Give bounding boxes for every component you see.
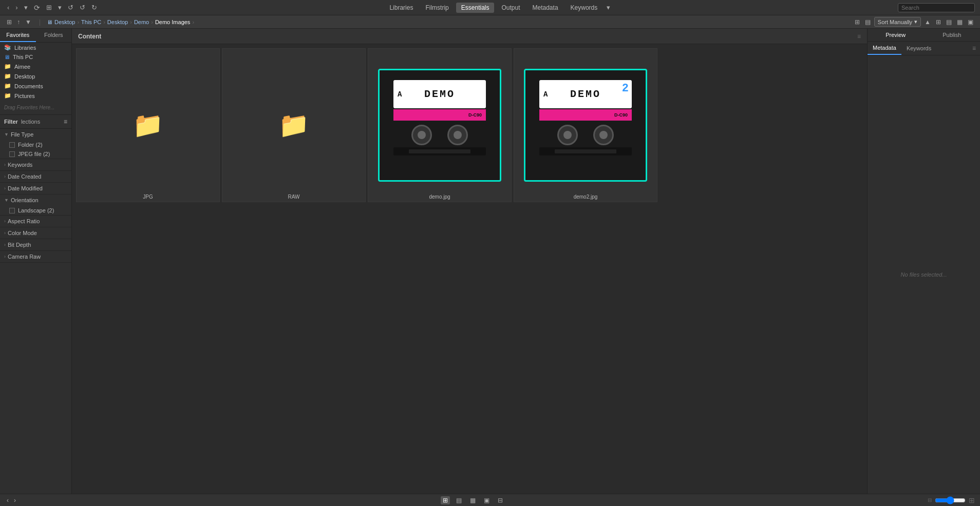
filter-group-keywords-header[interactable]: › Keywords xyxy=(0,159,71,170)
filter-group-orientation: ▼ Orientation Landscape (2) xyxy=(0,194,71,216)
bottom-forward-button[interactable]: › xyxy=(12,496,17,504)
filter-group-cameraraw-header[interactable]: › Camera Raw xyxy=(0,251,71,262)
keywords-label: Keywords xyxy=(8,162,32,168)
nav-filmstrip[interactable]: Filmstrip xyxy=(420,3,454,13)
tab-folders[interactable]: Folders xyxy=(36,29,72,42)
filter-group-datecreated-header[interactable]: › Date Created xyxy=(0,171,71,182)
copy-button[interactable]: ⊞ xyxy=(44,3,54,12)
grid-item-raw-folder[interactable]: 📁 RAW xyxy=(222,48,366,202)
sidebar-item-documents[interactable]: 📁 Documents xyxy=(0,81,71,91)
sidebar-item-aimee[interactable]: 📁 Aimee xyxy=(0,62,71,71)
grid-item-demo2-jpg[interactable]: A DEMO 2 D-C90 xyxy=(514,48,657,202)
redo-button[interactable]: ↻ xyxy=(89,3,99,12)
nav-keywords[interactable]: Keywords xyxy=(566,3,603,13)
undo-button[interactable]: ↺ xyxy=(78,3,87,12)
cassette-2-pink-strip: D-C90 xyxy=(539,109,632,121)
details-view-button[interactable]: ▦ xyxy=(955,18,964,26)
folder-checkbox[interactable] xyxy=(9,142,15,148)
datemodified-chevron-icon: › xyxy=(4,186,6,191)
sidebar-item-libraries[interactable]: 📚 Libraries xyxy=(0,43,71,52)
filter-item-jpeg: JPEG file (2) xyxy=(0,149,71,159)
column-view-button[interactable]: ▣ xyxy=(966,18,975,26)
cassette-2-reel-left-inner xyxy=(563,131,572,139)
cassette-2-reels xyxy=(557,125,614,145)
nav-dropdown-button[interactable]: ▾ xyxy=(22,3,30,12)
documents-folder-icon: 📁 xyxy=(4,83,11,89)
breadcrumb-desktop[interactable]: 🖥 Desktop xyxy=(47,19,75,25)
grid-item-demo-jpg[interactable]: A DEMO D-C90 xyxy=(368,48,512,202)
list-view-button[interactable]: ▤ xyxy=(945,18,953,26)
thumb-size-icon: ⊟ xyxy=(928,497,932,503)
bottom-detail-view-button[interactable]: ▦ xyxy=(468,496,478,504)
nav-libraries[interactable]: Libraries xyxy=(384,3,418,13)
right-tab-publish[interactable]: Publish xyxy=(924,29,981,41)
cassette-1-reel-left xyxy=(411,125,432,145)
right-meta-menu-icon[interactable]: ≡ xyxy=(968,43,980,54)
landscape-label: Landscape (2) xyxy=(18,207,54,213)
breadcrumb-thispc[interactable]: This PC xyxy=(81,19,101,25)
back-button[interactable]: ‹ xyxy=(5,3,11,12)
copy-dropdown[interactable]: ▾ xyxy=(56,3,64,12)
filter-button[interactable]: ▼ xyxy=(24,18,33,26)
grid-item-jpg-folder[interactable]: 📁 JPG xyxy=(76,48,220,202)
breadcrumb-demoimages[interactable]: Demo Images xyxy=(155,19,190,25)
jpeg-checkbox[interactable] xyxy=(9,151,15,157)
filter-group-filetype: ▼ File Type Folder (2) JPEG file (2) xyxy=(0,129,71,159)
nav-metadata[interactable]: Metadata xyxy=(527,3,563,13)
nav-essentials[interactable]: Essentials xyxy=(456,3,495,13)
view-list-button[interactable]: ▤ xyxy=(863,18,872,26)
jpg-folder-label: JPG xyxy=(143,194,153,200)
bottom-grid-view-button[interactable]: ⊞ xyxy=(441,496,450,504)
filter-group-colormode-header[interactable]: › Color Mode xyxy=(0,227,71,239)
sort-up-button[interactable]: ▲ xyxy=(923,18,932,26)
filter-group-bitdepth: › Bit Depth xyxy=(0,239,71,251)
bottom-nav-controls: ‹ › xyxy=(5,496,17,504)
right-meta-tab-metadata[interactable]: Metadata xyxy=(868,42,901,55)
cassette-2-side: A xyxy=(543,90,548,99)
sidebar-item-thispc[interactable]: 🖥 This PC xyxy=(0,52,71,62)
bottom-column-view-button[interactable]: ▣ xyxy=(482,496,492,504)
sort-asc-button[interactable]: ↑ xyxy=(15,18,22,26)
menu-more-button[interactable]: ▾ xyxy=(605,3,612,12)
filter-group-aspectratio-header[interactable]: › Aspect Ratio xyxy=(0,216,71,227)
datecreated-label: Date Created xyxy=(8,173,41,180)
filter-group-aspectratio: › Aspect Ratio xyxy=(0,216,71,227)
sidebar-item-desktop[interactable]: 📁 Desktop xyxy=(0,71,71,81)
sidebar-item-pictures[interactable]: 📁 Pictures xyxy=(0,91,71,101)
tab-favorites[interactable]: Favorites xyxy=(0,29,36,42)
bitdepth-label: Bit Depth xyxy=(8,242,31,248)
bottom-right-controls: ⊟ ⊞ xyxy=(928,496,975,504)
cassette-1-model: D-C90 xyxy=(468,112,482,118)
forward-button[interactable]: › xyxy=(13,3,20,12)
filetype-chevron-icon: ▼ xyxy=(4,132,9,137)
view-icons-button[interactable]: ⊞ xyxy=(853,18,861,26)
thumbnail-size-slider[interactable] xyxy=(935,496,966,504)
grid-view-button[interactable]: ⊞ xyxy=(934,18,943,26)
landscape-checkbox[interactable] xyxy=(9,208,15,213)
cassette-2-reel-right-inner xyxy=(599,131,608,139)
filter-group-datemodified-header[interactable]: › Date Modified xyxy=(0,183,71,194)
recent-button[interactable]: ⟳ xyxy=(32,3,42,13)
filter-group-datecreated: › Date Created xyxy=(0,171,71,183)
breadcrumb-desktop2[interactable]: Desktop xyxy=(107,19,128,25)
search-input[interactable] xyxy=(898,3,975,12)
view-mode-button[interactable]: ⊞ xyxy=(5,18,13,26)
bottom-filmstrip-view-button[interactable]: ⊟ xyxy=(496,496,505,504)
nav-output[interactable]: Output xyxy=(496,3,525,13)
cameraraw-label: Camera Raw xyxy=(8,254,41,260)
breadcrumb-demo[interactable]: Demo xyxy=(134,19,149,25)
filter-menu-icon[interactable]: ≡ xyxy=(64,118,67,125)
right-meta-tab-keywords[interactable]: Keywords xyxy=(901,42,936,54)
filter-group-filetype-header[interactable]: ▼ File Type xyxy=(0,129,71,140)
sort-dropdown[interactable]: Sort Manually ▾ xyxy=(874,17,921,27)
refresh-button[interactable]: ↺ xyxy=(66,3,76,12)
bottom-back-button[interactable]: ‹ xyxy=(5,496,10,504)
filter-sections-link[interactable]: lections xyxy=(21,119,40,125)
aspectratio-label: Aspect Ratio xyxy=(8,218,40,224)
filter-group-orientation-header[interactable]: ▼ Orientation xyxy=(0,194,71,206)
colormode-label: Color Mode xyxy=(8,230,37,236)
right-tab-preview[interactable]: Preview xyxy=(868,29,924,41)
bottom-list-view-button[interactable]: ▤ xyxy=(454,496,464,504)
content-menu-icon[interactable]: ≡ xyxy=(857,33,861,40)
filter-group-bitdepth-header[interactable]: › Bit Depth xyxy=(0,239,71,250)
